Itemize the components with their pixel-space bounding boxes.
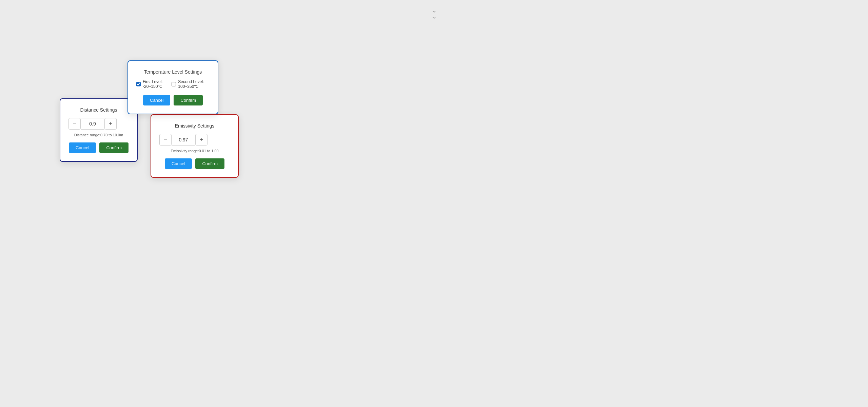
emissivity-range-text: Emissivity range:0.01 to 1.00 [159,149,230,153]
temperature-first-level-row: First Level: -20~150℃ Second Level: 100~… [136,79,210,89]
first-level-label: First Level: -20~150℃ [143,79,170,89]
distance-button-row: Cancel Confirm [68,142,129,153]
temperature-confirm-button[interactable]: Confirm [174,95,203,105]
distance-confirm-button[interactable]: Confirm [99,142,129,153]
distance-decrement-button[interactable]: − [68,118,81,130]
emissivity-stepper: − + [159,134,230,146]
second-level-checkbox[interactable] [172,82,176,86]
emissivity-dialog-title: Emissivity Settings [159,123,230,129]
temperature-settings-dialog: Temperature Level Settings First Level: … [127,60,218,114]
emissivity-settings-dialog: Emissivity Settings − + Emissivity range… [151,114,239,178]
second-level-label: Second Level: 100~350℃ [178,79,210,89]
distance-stepper: − + [68,118,129,130]
chevron-up-icon: ⌄ [429,7,439,12]
emissivity-increment-button[interactable]: + [195,134,208,146]
emissivity-confirm-button[interactable]: Confirm [195,158,224,169]
temperature-dialog-title: Temperature Level Settings [136,69,210,75]
distance-dialog-title: Distance Settings [68,107,129,113]
emissivity-button-row: Cancel Confirm [159,158,230,169]
emissivity-decrement-button[interactable]: − [159,134,172,146]
first-level-checkbox[interactable] [136,82,141,86]
temperature-button-row: Cancel Confirm [136,95,210,105]
chevron-down-icon: ⌄ [429,13,439,18]
temperature-cancel-button[interactable]: Cancel [143,95,170,105]
distance-settings-dialog: Distance Settings − + Distance range:0.7… [60,98,138,162]
chevron-icon: ⌄ ⌄ [429,7,439,18]
emissivity-input[interactable] [172,134,195,146]
distance-range-text: Distance range:0.70 to 10.0m [68,133,129,137]
emissivity-cancel-button[interactable]: Cancel [165,158,192,169]
distance-cancel-button[interactable]: Cancel [69,142,96,153]
distance-increment-button[interactable]: + [104,118,117,130]
distance-input[interactable] [81,118,104,130]
